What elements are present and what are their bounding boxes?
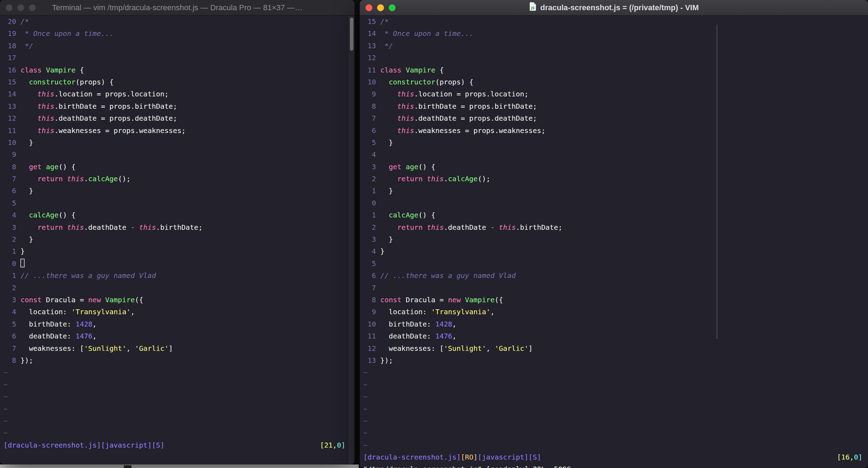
code-line[interactable]: 14 * Once upon a time... [360,27,868,39]
code-line[interactable]: 2 return this.calcAge(); [360,173,868,185]
code-line[interactable]: 8}); [0,354,355,366]
code-line[interactable]: 2 return this.deathDate - this.birthDate… [360,221,868,233]
line-number: 7 [4,173,16,185]
minimize-button[interactable] [17,4,24,11]
code-line[interactable]: 1 calcAge() { [360,209,868,221]
code-line[interactable]: 20/* [0,15,355,27]
vim-cmdline-left [0,451,355,463]
code-line[interactable]: 5 } [360,137,868,148]
code-line[interactable]: 5 [0,197,355,209]
code-text: this.location = props.location; [20,90,168,98]
scrollbar-track[interactable] [349,16,355,464]
code-line[interactable]: 10 birthDate: 1428, [360,318,868,330]
line-number: 11 [4,125,16,137]
statusline-file-info: [dracula-screenshot.js][RO][javascript][… [363,451,541,463]
code-line[interactable]: 5 [360,258,868,270]
line-number: 1 [363,185,376,197]
code-line[interactable]: 6 } [0,185,355,197]
code-line[interactable]: 7 weaknesses: ['Sunlight', 'Garlic'] [0,342,355,354]
code-line[interactable]: 9 [0,148,355,160]
line-number: 7 [363,282,376,294]
code-line[interactable]: 3const Dracula = new Vampire({ [0,294,355,306]
code-line[interactable]: 5 birthDate: 1428, [0,318,355,330]
line-number: 10 [363,76,376,88]
code-line[interactable]: 12 this.deathDate = props.deathDate; [0,112,355,124]
code-line[interactable]: 0 [0,258,355,270]
code-line[interactable]: 8const Dracula = new Vampire({ [360,294,868,306]
code-line[interactable]: 8 this.birthDate = props.birthDate; [360,100,868,112]
code-line[interactable]: 12 weaknesses: ['Sunlight', 'Garlic'] [360,342,868,354]
line-number: 7 [4,342,16,354]
code-line[interactable]: 18 */ [0,40,355,52]
code-line[interactable]: 13 */ [360,40,868,52]
code-line[interactable]: 6// ...there was a guy named Vlad [360,270,868,282]
code-line[interactable]: 1 } [360,185,868,197]
tilde-line: ~ [360,427,868,439]
code-line[interactable]: 6 deathDate: 1476, [0,330,355,342]
code-line[interactable]: 19 * Once upon a time... [0,27,355,39]
vim-buffer-right[interactable]: 15/*14 * Once upon a time...13 */1211cla… [360,15,868,451]
code-line[interactable]: 8 get age() { [0,161,355,173]
code-line[interactable]: 4 location: 'Transylvania', [0,306,355,318]
tilde-line: ~ [0,415,355,427]
code-line[interactable]: 4 [360,148,868,160]
code-line[interactable]: 7 return this.calcAge(); [0,173,355,185]
code-line[interactable]: 3 } [360,233,868,245]
code-line[interactable]: 1} [0,245,355,257]
code-text: // ...there was a guy named Vlad [20,271,156,280]
code-line[interactable]: 4} [360,245,868,257]
code-line[interactable]: 15/* [360,15,868,27]
code-line[interactable]: 6 this.weaknesses = props.weaknesses; [360,125,868,137]
code-line[interactable]: 3 get age() { [360,161,868,173]
code-text: get age() { [20,163,76,171]
code-line[interactable]: 13 this.birthDate = props.birthDate; [0,100,355,112]
macvim-titlebar[interactable]: JS dracula-screenshot.js = (/private/tmp… [360,0,868,15]
code-line[interactable]: 17 [0,52,355,64]
code-text: * Once upon a time... [380,29,473,38]
code-line[interactable]: 11 this.weaknesses = props.weaknesses; [0,125,355,137]
code-text: } [20,235,33,244]
line-number: 8 [4,161,16,173]
statusline-file-info: [dracula-screenshot.js][javascript][S] [4,439,165,451]
code-line[interactable]: 15 constructor(props) { [0,76,355,88]
code-line[interactable]: 10 constructor(props) { [360,76,868,88]
code-line[interactable]: 2 } [0,233,355,245]
line-number: 4 [4,306,16,318]
line-number: 12 [4,112,16,124]
line-number: 6 [363,125,376,137]
code-line[interactable]: 10 } [0,137,355,148]
close-button[interactable] [365,4,372,11]
line-number: 2 [4,282,16,294]
code-line[interactable]: 9 location: 'Transylvania', [360,306,868,318]
code-line[interactable]: 11class Vampire { [360,64,868,76]
line-number: 15 [363,15,376,27]
code-text: } [20,138,33,147]
code-line[interactable]: 1// ...there was a guy named Vlad [0,270,355,282]
code-text: location: 'Transylvania', [20,308,135,316]
code-line[interactable]: 11 deathDate: 1476, [360,330,868,342]
code-line[interactable]: 9 this.location = props.location; [360,88,868,100]
vim-buffer-left[interactable]: 20/*19 * Once upon a time...18 */1716cla… [0,15,355,439]
zoom-button[interactable] [389,4,396,11]
terminal-titlebar[interactable]: Terminal — vim /tmp/dracula-screenshot.j… [0,0,355,15]
code-line[interactable]: 12 [360,52,868,64]
scrollbar-thumb[interactable] [350,18,353,51]
line-number: 8 [363,100,376,112]
code-text: deathDate: 1476, [20,332,97,340]
code-line[interactable]: 16class Vampire { [0,64,355,76]
background-window-fragment [124,465,132,468]
code-line[interactable]: 4 calcAge() { [0,209,355,221]
window-controls [360,4,396,11]
code-line[interactable]: 3 return this.deathDate - this.birthDate… [0,221,355,233]
code-line[interactable]: 0 [360,197,868,209]
code-line[interactable]: 7 [360,282,868,294]
code-text: birthDate: 1428, [380,320,457,328]
minimize-button[interactable] [377,4,384,11]
code-line[interactable]: 7 this.deathDate = props.deathDate; [360,112,868,124]
code-line[interactable]: 14 this.location = props.location; [0,88,355,100]
code-line[interactable]: 13}); [360,354,868,366]
close-button[interactable] [6,4,13,11]
zoom-button[interactable] [29,4,36,11]
tilde-line: ~ [0,427,355,439]
code-line[interactable]: 2 [0,282,355,294]
